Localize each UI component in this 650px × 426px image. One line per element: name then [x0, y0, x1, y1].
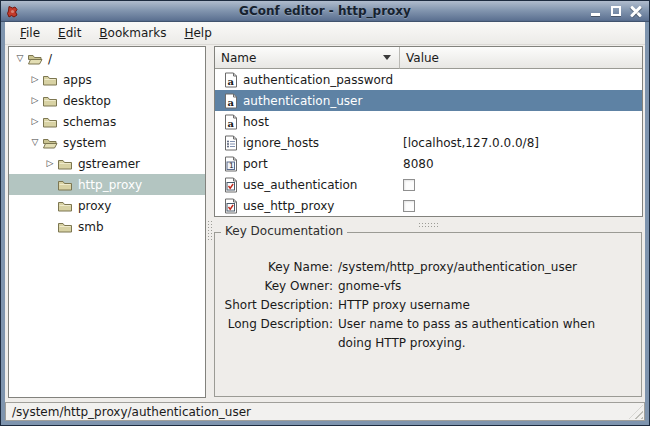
- value-checkbox-unchecked[interactable]: [403, 179, 415, 191]
- integer-type-icon: [223, 156, 239, 172]
- menu-file[interactable]: File: [11, 23, 49, 43]
- expander-expanded-icon[interactable]: ▽: [28, 132, 42, 153]
- tree-item-root[interactable]: ▽ /: [9, 48, 205, 69]
- tree-item-label: smb: [75, 220, 104, 234]
- key-row-ignore-hosts[interactable]: ignore_hosts [localhost,127.0.0.0/8]: [215, 132, 642, 153]
- open-folder-icon: [42, 135, 60, 151]
- column-header-name[interactable]: Name: [215, 47, 400, 69]
- tree-item-label: desktop: [60, 94, 111, 108]
- menu-bar: File Edit Bookmarks Help: [5, 22, 645, 45]
- gconf-editor-window: GConf editor - http_proxy File Edit Book…: [0, 0, 650, 426]
- tree-item-label: http_proxy: [75, 178, 142, 192]
- doc-short-description: HTTP proxy username: [338, 296, 630, 315]
- doc-field-label: Long Description:: [215, 315, 333, 353]
- string-type-icon: [223, 114, 239, 130]
- folder-icon: [42, 72, 60, 88]
- tree-item-proxy[interactable]: proxy: [9, 195, 205, 216]
- tree-item-label: system: [60, 136, 106, 150]
- folder-icon: [42, 114, 60, 130]
- frame-legend: Key Documentation: [221, 224, 347, 238]
- key-list-header: Name Value: [215, 47, 642, 69]
- key-row-port[interactable]: port 8080: [215, 153, 642, 174]
- tree-item-label: gstreamer: [75, 157, 140, 171]
- expander-expanded-icon[interactable]: ▽: [13, 48, 27, 69]
- doc-field-label: Key Owner:: [215, 277, 333, 296]
- key-list: Name Value authentication_password: [214, 46, 643, 217]
- doc-key-owner: gnome-vfs: [338, 277, 630, 296]
- status-text: /system/http_proxy/authentication_user: [12, 405, 251, 419]
- maximize-icon[interactable]: [608, 4, 624, 19]
- key-row-host[interactable]: host: [215, 111, 642, 132]
- tree-item-label: schemas: [60, 115, 116, 129]
- open-folder-icon: [27, 51, 45, 67]
- key-row-use-authentication[interactable]: use_authentication: [215, 174, 642, 195]
- tree-item-http-proxy[interactable]: http_proxy: [9, 174, 205, 195]
- folder-icon: [57, 156, 75, 172]
- splitter-grip-icon[interactable]: [418, 222, 440, 228]
- tree-item-system[interactable]: ▽ system: [9, 132, 205, 153]
- menu-bookmarks[interactable]: Bookmarks: [90, 23, 175, 43]
- documentation-fields: Key Name: /system/http_proxy/authenticat…: [215, 258, 641, 353]
- folder-icon: [57, 219, 75, 235]
- vertical-splitter[interactable]: [206, 46, 214, 398]
- close-icon[interactable]: [628, 4, 644, 19]
- gconf-app-icon: [6, 5, 19, 18]
- key-row-authentication-user[interactable]: authentication_user: [215, 90, 642, 111]
- tree-item-smb[interactable]: smb: [9, 216, 205, 237]
- folder-icon: [57, 177, 75, 193]
- menu-help[interactable]: Help: [175, 23, 220, 43]
- config-tree: ▽ / ▷ apps ▷ desktop ▷ schemas: [8, 46, 206, 398]
- value-checkbox-unchecked[interactable]: [403, 200, 415, 212]
- string-type-icon: [223, 93, 239, 109]
- expander-collapsed-icon[interactable]: ▷: [43, 153, 57, 174]
- window-title: GConf editor - http_proxy: [1, 4, 649, 18]
- string-type-icon: [223, 72, 239, 88]
- splitter-grip-icon[interactable]: [207, 220, 213, 242]
- expander-collapsed-icon[interactable]: ▷: [28, 90, 42, 111]
- boolean-type-icon: [223, 198, 239, 214]
- tree-item-schemas[interactable]: ▷ schemas: [9, 111, 205, 132]
- expander-collapsed-icon[interactable]: ▷: [28, 111, 42, 132]
- minimize-icon[interactable]: [588, 4, 604, 19]
- client-area: File Edit Bookmarks Help ▽ / ▷ apps ▷: [5, 22, 645, 421]
- folder-icon: [57, 198, 75, 214]
- tree-item-label: apps: [60, 73, 92, 87]
- doc-key-name: /system/http_proxy/authentication_user: [338, 258, 630, 277]
- doc-field-label: Short Description:: [215, 296, 333, 315]
- list-type-icon: [223, 135, 239, 151]
- tree-item-apps[interactable]: ▷ apps: [9, 69, 205, 90]
- sort-descending-icon: [383, 55, 391, 60]
- key-row-use-http-proxy[interactable]: use_http_proxy: [215, 195, 642, 216]
- tree-item-desktop[interactable]: ▷ desktop: [9, 90, 205, 111]
- tree-item-label: proxy: [75, 199, 111, 213]
- key-documentation-frame: Key Documentation Key Name: /system/http…: [214, 232, 642, 397]
- doc-long-description: User name to pass as authentication when…: [338, 315, 630, 353]
- resize-grip-icon[interactable]: [629, 405, 643, 419]
- tree-item-gstreamer[interactable]: ▷ gstreamer: [9, 153, 205, 174]
- right-pane: Name Value authentication_password: [214, 46, 643, 398]
- doc-field-label: Key Name:: [215, 258, 333, 277]
- tree-item-label: /: [45, 52, 52, 66]
- column-header-value[interactable]: Value: [400, 47, 642, 69]
- boolean-type-icon: [223, 177, 239, 193]
- key-row-authentication-password[interactable]: authentication_password: [215, 69, 642, 90]
- folder-icon: [42, 93, 60, 109]
- expander-collapsed-icon[interactable]: ▷: [28, 69, 42, 90]
- titlebar[interactable]: GConf editor - http_proxy: [1, 1, 649, 22]
- menu-edit[interactable]: Edit: [49, 23, 90, 43]
- status-bar: /system/http_proxy/authentication_user: [5, 402, 645, 421]
- main-area: ▽ / ▷ apps ▷ desktop ▷ schemas: [5, 45, 645, 401]
